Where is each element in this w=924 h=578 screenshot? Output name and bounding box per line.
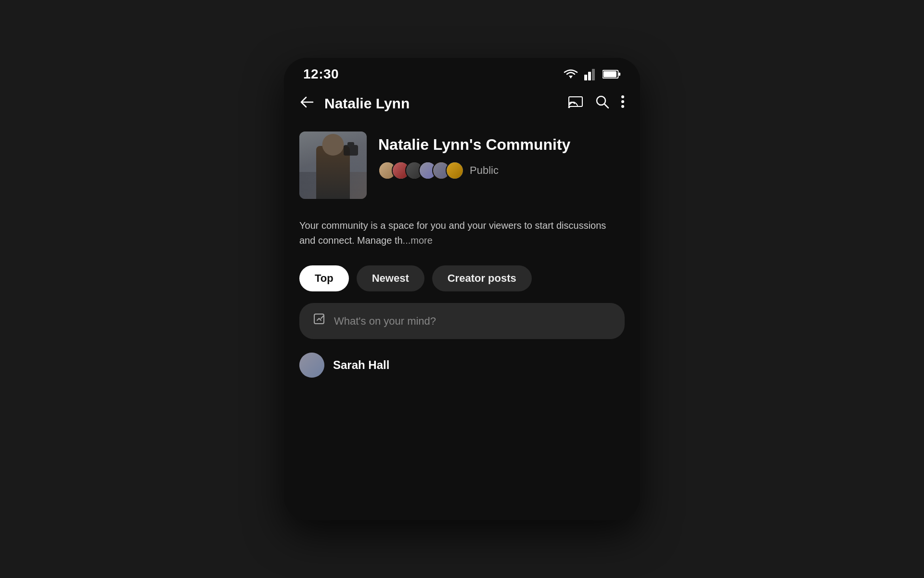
tab-creator-posts[interactable]: Creator posts xyxy=(432,265,532,291)
header-left: Natalie Lynn xyxy=(299,95,410,112)
svg-point-13 xyxy=(621,105,624,108)
wifi-icon xyxy=(562,68,579,80)
svg-point-12 xyxy=(621,100,624,103)
community-description: Your community is a space for you and yo… xyxy=(284,218,640,258)
filter-tabs: Top Newest Creator posts xyxy=(284,258,640,301)
avatar xyxy=(446,161,464,180)
header-actions xyxy=(568,94,625,112)
phone-container: 12:30 xyxy=(284,58,640,520)
tab-newest[interactable]: Newest xyxy=(357,265,424,291)
search-icon[interactable] xyxy=(595,94,609,112)
members-row: Public xyxy=(378,161,625,180)
poster-avatar xyxy=(299,353,324,378)
tab-top[interactable]: Top xyxy=(299,265,349,291)
svg-marker-0 xyxy=(569,76,573,79)
community-name: Natalie Lynn's Community xyxy=(378,135,625,154)
svg-rect-5 xyxy=(603,71,616,78)
more-icon[interactable] xyxy=(621,95,625,112)
cast-icon[interactable] xyxy=(568,95,583,112)
visibility-label: Public xyxy=(470,164,499,177)
svg-point-8 xyxy=(568,106,570,108)
community-section: Natalie Lynn's Community xyxy=(284,120,640,218)
status-icons xyxy=(562,68,621,80)
svg-rect-3 xyxy=(592,69,595,80)
community-meta: Natalie Lynn's Community xyxy=(378,131,625,180)
edit-icon xyxy=(313,313,326,329)
svg-line-10 xyxy=(604,104,608,108)
bottom-fade xyxy=(284,491,640,520)
svg-rect-7 xyxy=(569,97,582,106)
community-info: Natalie Lynn's Community xyxy=(299,131,625,199)
signal-icon xyxy=(584,68,598,80)
post-author: Sarah Hall xyxy=(333,358,389,372)
page-title: Natalie Lynn xyxy=(324,95,410,112)
post-input-area[interactable]: What's on your mind? xyxy=(299,303,625,339)
svg-rect-1 xyxy=(584,75,587,80)
back-button[interactable] xyxy=(299,95,315,111)
description-more[interactable]: ...more xyxy=(403,235,433,246)
battery-icon xyxy=(603,69,621,79)
status-time: 12:30 xyxy=(303,66,339,82)
svg-point-11 xyxy=(621,95,624,98)
post-item: Sarah Hall xyxy=(299,353,625,378)
header: Natalie Lynn xyxy=(284,87,640,120)
status-bar: 12:30 xyxy=(284,58,640,87)
posts-section: Sarah Hall xyxy=(284,349,640,378)
community-thumbnail xyxy=(299,131,367,199)
post-input-placeholder: What's on your mind? xyxy=(334,315,611,328)
svg-line-15 xyxy=(321,316,323,318)
svg-rect-6 xyxy=(618,72,620,76)
svg-rect-2 xyxy=(588,72,591,80)
member-avatars xyxy=(378,161,459,180)
